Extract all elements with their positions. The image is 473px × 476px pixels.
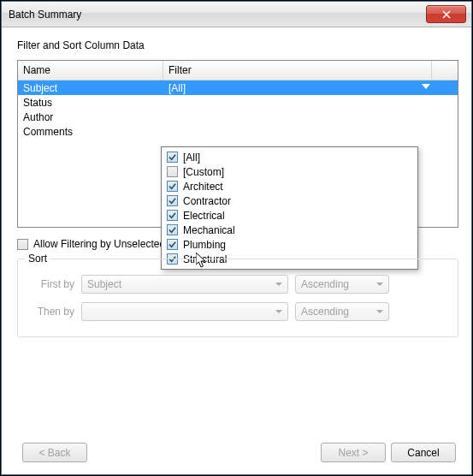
filter-dropdown[interactable]: [All] [Custom] Architect Contractor Elec… xyxy=(161,146,418,270)
chevron-down-icon xyxy=(376,310,383,313)
checkbox-icon[interactable] xyxy=(167,152,178,163)
sort-then-row: Then by Ascending xyxy=(30,302,446,321)
sort-then-label: Then by xyxy=(30,306,81,318)
filter-option[interactable]: Architect xyxy=(162,179,417,193)
filter-option-label: [All] xyxy=(183,152,200,164)
row-filter-cell[interactable]: [All] xyxy=(163,82,458,94)
chevron-down-icon xyxy=(275,310,282,313)
dialog-window: Batch Summary Filter and Sort Column Dat… xyxy=(1,1,472,475)
cancel-button[interactable]: Cancel xyxy=(391,443,456,462)
filter-option-label: Mechanical xyxy=(183,224,235,236)
column-header-filter[interactable]: Filter xyxy=(163,61,432,80)
table-row[interactable]: Status xyxy=(18,95,458,110)
filter-option-label: Plumbing xyxy=(183,239,226,251)
checkbox-icon[interactable] xyxy=(167,239,178,250)
next-button[interactable]: Next > xyxy=(321,443,386,462)
checkbox-icon[interactable] xyxy=(167,195,178,206)
checkbox-icon[interactable] xyxy=(167,210,178,221)
section-heading: Filter and Sort Column Data xyxy=(17,39,456,51)
sort-legend: Sort xyxy=(25,253,50,265)
row-name: Comments xyxy=(18,126,163,138)
sort-group: Sort First by Subject Ascending Then by xyxy=(17,259,458,337)
filter-option[interactable]: Mechanical xyxy=(162,223,417,237)
combo-value: Ascending xyxy=(301,306,349,318)
dialog-content: Filter and Sort Column Data Name Filter … xyxy=(2,27,471,474)
filter-option[interactable]: Electrical xyxy=(162,208,417,223)
button-bar: < Back Next > Cancel xyxy=(17,443,456,462)
filter-option[interactable]: Contractor xyxy=(162,193,417,208)
sort-first-field-combo[interactable]: Subject xyxy=(81,275,288,294)
combo-value: Ascending xyxy=(301,278,349,290)
filter-option-label: Architect xyxy=(183,181,223,193)
button-label: < Back xyxy=(38,447,70,459)
close-icon xyxy=(442,10,451,19)
filter-option-label: Electrical xyxy=(183,210,225,222)
table-row[interactable]: Comments xyxy=(18,124,458,139)
filter-option-label: Contractor xyxy=(183,195,231,207)
table-row[interactable]: Author xyxy=(18,110,458,124)
row-filter-value: [All] xyxy=(169,82,186,94)
chevron-down-icon xyxy=(275,283,282,286)
checkbox-icon[interactable] xyxy=(167,181,178,192)
title-bar: Batch Summary xyxy=(2,2,471,27)
row-name: Subject xyxy=(18,82,163,94)
sort-then-field-combo[interactable] xyxy=(81,302,288,321)
checkbox-icon[interactable] xyxy=(17,239,28,250)
sort-first-label: First by xyxy=(30,278,81,290)
combo-value: Subject xyxy=(87,278,121,290)
column-header-spacer xyxy=(432,61,458,80)
filter-option-label: [Custom] xyxy=(183,166,224,178)
sort-first-order-combo[interactable]: Ascending xyxy=(295,275,389,294)
table-row[interactable]: Subject [All] xyxy=(18,80,458,95)
row-name: Status xyxy=(18,97,163,109)
window-title: Batch Summary xyxy=(9,9,426,21)
button-label: Cancel xyxy=(407,447,439,459)
filter-option[interactable]: Plumbing xyxy=(162,237,417,252)
chevron-down-icon xyxy=(376,283,383,286)
sort-then-order-combo[interactable]: Ascending xyxy=(295,302,389,321)
close-button[interactable] xyxy=(426,5,466,23)
chevron-down-icon xyxy=(422,84,430,89)
table-header: Name Filter xyxy=(18,61,458,80)
sort-first-row: First by Subject Ascending xyxy=(30,275,446,294)
row-name: Author xyxy=(18,111,163,123)
column-header-name[interactable]: Name xyxy=(18,61,163,80)
checkbox-icon[interactable] xyxy=(167,166,178,177)
checkbox-icon[interactable] xyxy=(167,224,178,235)
button-label: Next > xyxy=(338,447,368,459)
filter-option[interactable]: [Custom] xyxy=(162,164,417,179)
filter-option[interactable]: [All] xyxy=(162,150,417,164)
back-button[interactable]: < Back xyxy=(22,443,87,462)
